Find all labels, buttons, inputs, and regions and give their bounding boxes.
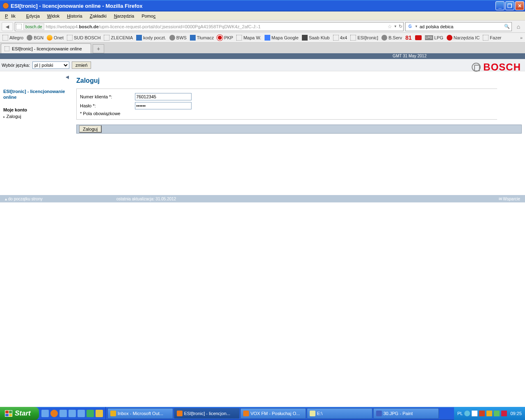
menu-file[interactable]: Plik — [2, 13, 22, 19]
url-text[interactable]: https://webapp4.bosch.de/upm-licence-req… — [46, 24, 386, 29]
start-button[interactable]: Start — [0, 407, 39, 420]
ql-icon[interactable] — [59, 410, 67, 417]
tray-lang[interactable]: PL — [457, 411, 463, 416]
bookmark-esitronic[interactable]: ESI[tronic] — [350, 35, 378, 41]
ql-icon[interactable] — [96, 410, 103, 417]
tab-active[interactable]: ESI[tronic] - licencjonowanie online — [1, 43, 91, 53]
gmt-strip: GMT 31 May 2012 — [0, 53, 525, 59]
menu-view[interactable]: Widok — [44, 13, 63, 19]
tray-icon[interactable] — [486, 411, 492, 416]
home-button[interactable]: ⌂ — [514, 22, 523, 31]
bosch-logo: BOSCH — [472, 61, 521, 73]
url-dropdown-icon[interactable]: ▼ — [394, 25, 397, 28]
bookmark-bgn[interactable]: BGN — [27, 35, 43, 41]
bookmark-kody[interactable]: kody poczt. — [136, 35, 166, 41]
menu-edit[interactable]: Edycja — [23, 13, 43, 19]
bookmark-allegro[interactable]: Allegro — [2, 35, 23, 41]
task-item[interactable]: ESI[tronic] - licencjon... — [174, 408, 240, 419]
bookmark-star-icon[interactable]: ☆ — [388, 24, 392, 30]
bookmark-lpg[interactable]: LPGLPG — [425, 35, 443, 40]
ql-icon[interactable] — [78, 410, 85, 417]
minimize-button[interactable]: _ — [495, 1, 504, 10]
bookmark-tlumacz[interactable]: Tłumacz — [190, 35, 214, 41]
sidebar-collapse-icon[interactable]: ⯇ — [3, 75, 70, 80]
customer-number-input[interactable] — [135, 93, 192, 100]
bookmark-fazer[interactable]: Fazer — [483, 35, 501, 41]
customer-number-label: Numer klienta *: — [80, 94, 135, 99]
menu-bookmarks[interactable]: Zakładki — [87, 13, 110, 19]
tray-icon[interactable] — [472, 411, 477, 416]
password-input[interactable] — [135, 102, 192, 109]
url-toolbar: ◄ bosch.de https://webapp4.bosch.de/upm-… — [0, 20, 525, 33]
bookmark-saab[interactable]: Saab Klub — [302, 35, 330, 41]
tray-clock[interactable]: 09:25 — [510, 411, 522, 416]
search-dropdown-icon[interactable]: ▼ — [415, 25, 418, 28]
task-item[interactable]: VOX FM - Posłuchaj O... — [240, 408, 306, 419]
language-select[interactable]: pl | polski — [32, 61, 69, 69]
search-input[interactable] — [420, 24, 502, 29]
bookmarks-overflow-icon[interactable]: » — [520, 35, 523, 40]
bookmark-onet[interactable]: Onet — [47, 35, 64, 41]
search-box[interactable]: G ▼ 🔍 — [405, 22, 512, 31]
bookmark-pkp[interactable]: PKP — [217, 35, 233, 41]
ql-icon[interactable] — [41, 410, 49, 417]
login-button[interactable]: Zaloguj — [79, 125, 102, 133]
bookmark-mapaw[interactable]: Mapa W. — [236, 35, 261, 41]
new-tab-button[interactable]: + — [93, 44, 104, 53]
menu-tools[interactable]: Narzędzia — [111, 13, 138, 19]
task-item[interactable]: Inbox - Microsoft Out... — [107, 408, 173, 419]
tab-title: ESI[tronic] - licencjonowanie online — [12, 46, 82, 51]
sidebar-item-login[interactable]: Zaloguj — [3, 114, 70, 119]
task-items: Inbox - Microsoft Out... ESI[tronic] - l… — [106, 407, 454, 420]
bookmark-81[interactable]: 81 — [405, 34, 412, 41]
site-favicon — [16, 24, 22, 30]
tray-icon[interactable] — [479, 411, 485, 416]
main-content: Zaloguj Numer klienta *: Hasło *: * Pola… — [73, 71, 525, 134]
menu-history[interactable]: Historia — [64, 13, 85, 19]
bookmark-zlecenia[interactable]: ZLECENIA — [104, 35, 133, 41]
menu-help[interactable]: Pomoc — [138, 13, 159, 19]
bookmark-mapagoogle[interactable]: Mapa Google — [265, 35, 299, 41]
menu-bar: Plik Edycja Widok Historia Zakładki Narz… — [0, 11, 525, 20]
tray-icon[interactable] — [501, 411, 507, 416]
window-title: ESI[tronic] - licencjonowanie online - M… — [11, 3, 142, 9]
bookmark-yt[interactable] — [415, 35, 422, 40]
bookmark-bserv[interactable]: B.Serv — [381, 35, 402, 41]
page-content: GMT 31 May 2012 Wybór języka: pl | polsk… — [0, 53, 525, 134]
task-item[interactable]: E:\ — [307, 408, 372, 419]
google-icon: G — [407, 24, 413, 30]
bookmark-4x4[interactable]: 4x4 — [333, 35, 347, 41]
bookmark-bws[interactable]: BWS — [169, 35, 187, 41]
tab-bar: ESI[tronic] - licencjonowanie online + — [0, 43, 525, 53]
maximize-button[interactable]: ❐ — [505, 1, 514, 10]
ql-icon[interactable] — [87, 410, 94, 417]
bosch-logo-text: BOSCH — [483, 61, 521, 73]
bookmark-sudbosch[interactable]: SUD BOSCH — [67, 35, 100, 41]
reload-icon[interactable]: ↻ — [399, 24, 402, 29]
sidebar-product-title[interactable]: ESI[tronic] - licencjonowanie online — [3, 89, 70, 100]
ql-icon[interactable] — [68, 410, 76, 417]
windows-icon — [5, 410, 12, 417]
tray-icon[interactable] — [464, 411, 470, 416]
footer-support-link[interactable]: ✉ Wsparcie — [499, 197, 520, 201]
page-heading: Zaloguj — [76, 77, 522, 84]
search-icon[interactable]: 🔍 — [504, 24, 510, 29]
footer-top-link[interactable]: ▴ do początku strony — [5, 197, 43, 201]
window-title-bar: ESI[tronic] - licencjonowanie online - M… — [0, 0, 525, 11]
sidebar: ⯇ ESI[tronic] - licencjonowanie online M… — [0, 71, 73, 134]
login-form: Numer klienta *: Hasło *: * Pola obowiąz… — [76, 89, 497, 120]
system-tray: PL 09:25 — [454, 407, 525, 420]
url-box[interactable]: bosch.de https://webapp4.bosch.de/upm-li… — [15, 22, 404, 31]
close-button[interactable]: × — [515, 1, 524, 10]
back-button[interactable]: ◄ — [2, 22, 13, 31]
site-identity[interactable]: bosch.de — [23, 23, 44, 30]
task-item[interactable]: 30.JPG - Paint — [373, 408, 439, 419]
bosch-logo-icon — [472, 63, 481, 72]
bookmark-narzedzia[interactable]: Narzędzia IC — [447, 35, 480, 41]
quick-launch — [39, 407, 106, 420]
page-footer: ▴ do początku strony ostatnia aktualizac… — [0, 195, 525, 202]
tray-icon[interactable] — [494, 411, 500, 416]
ql-firefox-icon[interactable] — [50, 410, 58, 417]
button-row: Zaloguj — [76, 125, 522, 134]
language-change-button[interactable]: zmień — [72, 61, 91, 69]
